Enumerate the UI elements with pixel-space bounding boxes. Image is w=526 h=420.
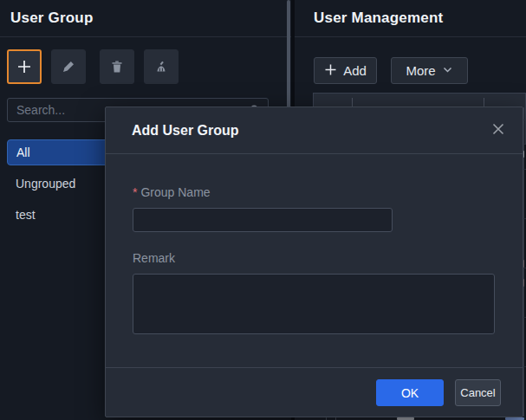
user-management-title: User Management [295, 10, 443, 27]
ok-button[interactable]: OK [376, 379, 444, 406]
user-group-title: User Group [0, 10, 94, 27]
user-group-header: User Group [0, 0, 291, 37]
add-user-group-dialog: Add User Group *Group Name Remark OK Can… [105, 107, 523, 417]
broom-icon [154, 60, 168, 74]
dialog-title: Add User Group [106, 123, 239, 139]
group-item-label: test [16, 208, 36, 222]
more-actions-button[interactable]: More [391, 57, 468, 84]
more-label: More [406, 63, 435, 78]
group-name-input[interactable] [133, 208, 393, 232]
add-group-button[interactable] [7, 49, 42, 84]
remark-textarea[interactable] [133, 274, 495, 334]
delete-group-button[interactable] [100, 49, 134, 84]
edit-group-button[interactable] [51, 49, 86, 84]
clear-groups-button[interactable] [144, 49, 179, 84]
pencil-icon [62, 60, 75, 74]
close-icon [491, 122, 505, 139]
cancel-label: Cancel [460, 386, 495, 399]
remark-label: Remark [133, 251, 175, 265]
required-mark: * [133, 185, 137, 199]
group-item-label: All [16, 145, 30, 159]
ok-label: OK [401, 386, 419, 400]
trash-icon [110, 60, 124, 74]
close-button[interactable] [490, 122, 507, 139]
add-user-button[interactable]: Add [314, 57, 377, 84]
group-name-label: *Group Name [133, 185, 211, 199]
plus-icon [16, 59, 32, 74]
cancel-button[interactable]: Cancel [455, 379, 501, 406]
dialog-header: Add User Group [106, 107, 523, 154]
group-item-label: Ungrouped [16, 177, 75, 191]
user-management-header: User Management [295, 0, 526, 37]
plus-icon [324, 63, 337, 79]
dialog-footer: OK Cancel [106, 367, 523, 417]
chevron-down-icon [442, 63, 453, 78]
add-user-label: Add [343, 63, 367, 78]
